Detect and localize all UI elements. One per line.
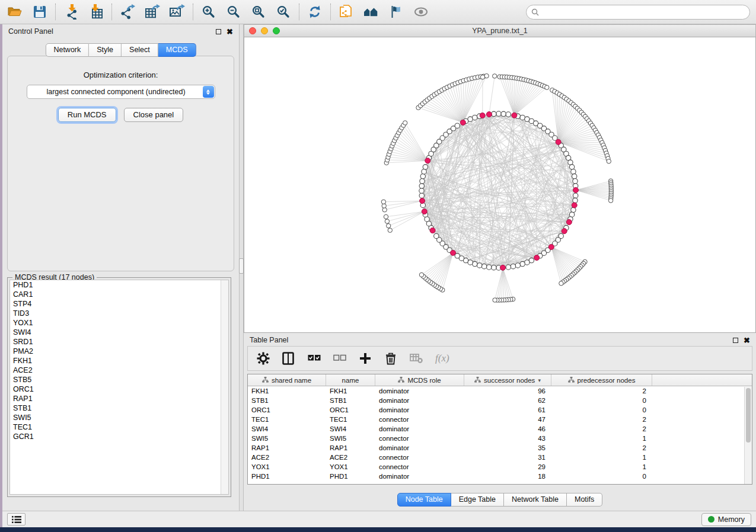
mcds-result-item[interactable]: PHD1 [10, 280, 228, 290]
houses-icon[interactable] [362, 3, 380, 21]
float-panel-icon[interactable] [216, 29, 221, 34]
zoom-fit-icon[interactable] [250, 3, 267, 21]
export-network-icon[interactable] [119, 3, 136, 21]
tab-select[interactable]: Select [122, 43, 158, 57]
column-header-shared-name[interactable]: shared name [248, 374, 326, 386]
trash-icon[interactable] [384, 352, 397, 365]
cell-shared-name: PHD1 [248, 472, 326, 481]
mcds-result-item[interactable]: FKH1 [10, 356, 228, 366]
zoom-selected-icon[interactable] [275, 3, 292, 21]
function-builder-label: f(x) [435, 352, 449, 364]
save-session-icon[interactable] [31, 3, 49, 21]
mcds-result-item[interactable]: GCR1 [10, 432, 228, 441]
cell-name: SWI4 [326, 424, 375, 434]
network-documents-icon[interactable] [337, 3, 355, 21]
mcds-result-item[interactable]: TID3 [10, 309, 228, 318]
float-table-panel-icon[interactable] [733, 338, 738, 343]
import-network-icon[interactable] [62, 3, 80, 21]
split-divider[interactable] [240, 24, 244, 511]
tab-node-table[interactable]: Node Table [397, 493, 451, 507]
cell-predecessor-nodes: 2 [551, 386, 652, 396]
flag-icon[interactable] [387, 3, 405, 21]
mcds-result-item[interactable]: ORC1 [10, 384, 228, 394]
table-row[interactable]: TEC1TEC1connector472 [248, 415, 752, 424]
search-input[interactable] [542, 8, 745, 16]
dominator-node [422, 209, 427, 214]
cell-successor-nodes: 47 [464, 415, 551, 424]
mcds-list-scrollbar[interactable] [221, 280, 228, 494]
close-panel-icon[interactable]: ✖ [227, 29, 233, 34]
mcds-result-group: MCDS result (17 nodes) PHD1CAR1STP4TID3Y… [7, 277, 231, 497]
table-row[interactable]: SWI5SWI5connector431 [248, 434, 752, 443]
mcds-result-item[interactable]: STB5 [10, 375, 228, 384]
unselect-all-icon[interactable] [333, 352, 346, 365]
dominator-node [573, 187, 579, 193]
column-header-successor-nodes[interactable]: successor nodes▾ [464, 374, 551, 386]
column-label: successor nodes [484, 377, 535, 384]
eye-icon[interactable] [412, 3, 430, 21]
refresh-icon[interactable] [306, 3, 324, 21]
table-row[interactable]: FKH1FKH1dominator962 [248, 386, 752, 396]
mcds-result-list[interactable]: PHD1CAR1STP4TID3YOX1SWI4SRD1PMA2FKH1ACE2… [9, 280, 229, 495]
table-row[interactable]: STB1STB1dominator620 [248, 396, 752, 405]
mcds-result-item[interactable]: SRD1 [10, 337, 228, 347]
close-panel-button[interactable]: Close panel [124, 108, 184, 122]
mcds-result-item[interactable]: SWI4 [10, 328, 228, 337]
zoom-out-icon[interactable] [225, 3, 243, 21]
table-row[interactable]: SWI4SWI4dominator462 [248, 424, 752, 434]
tab-edge-table[interactable]: Edge Table [451, 493, 504, 507]
criterion-value: largest connected component (undirected) [27, 88, 215, 96]
control-panel: Control Panel ✖ NetworkStyleSelectMCDS O… [2, 24, 240, 511]
mcds-result-item[interactable]: STP4 [10, 299, 228, 309]
mcds-result-item[interactable]: PMA2 [10, 347, 228, 356]
close-table-panel-icon[interactable]: ✖ [744, 338, 750, 343]
cell-shared-name: FKH1 [248, 386, 326, 396]
table-tabs: Node TableEdge TableNetwork TableMotifs [244, 493, 756, 507]
import-table-icon[interactable] [87, 3, 105, 21]
export-table-icon[interactable] [143, 3, 161, 21]
node-table[interactable]: shared namenameMCDS rolesuccessor nodes▾… [247, 374, 752, 485]
tab-style[interactable]: Style [89, 43, 122, 57]
mcds-result-item[interactable]: CAR1 [10, 290, 228, 299]
search-box[interactable] [526, 5, 750, 20]
column-header-name[interactable]: name [326, 374, 375, 386]
gear-icon[interactable] [257, 352, 270, 365]
tab-motifs[interactable]: Motifs [567, 493, 602, 507]
cell-successor-nodes: 35 [464, 443, 551, 453]
table-row[interactable]: ORC1ORC1dominator610 [248, 405, 752, 415]
table-scrollbar[interactable] [744, 387, 752, 484]
column-header-predecessor-nodes[interactable]: predecessor nodes [551, 374, 652, 386]
tab-network-table[interactable]: Network Table [504, 493, 567, 507]
mcds-result-item[interactable]: STB1 [10, 403, 228, 413]
run-mcds-button[interactable]: Run MCDS [58, 108, 116, 122]
mcds-result-item[interactable]: SWI5 [10, 413, 228, 422]
open-file-icon[interactable] [6, 3, 24, 21]
cell-successor-nodes: 62 [464, 396, 551, 405]
network-canvas[interactable] [244, 37, 756, 333]
network-graph[interactable] [244, 37, 755, 332]
mcds-result-item[interactable]: YOX1 [10, 318, 228, 328]
memory-button[interactable]: Memory [701, 513, 751, 526]
zoom-in-icon[interactable] [200, 3, 218, 21]
table-row[interactable]: PHD1PHD1dominator180 [248, 472, 752, 481]
task-history-button[interactable] [7, 513, 25, 525]
tab-mcds[interactable]: MCDS [158, 43, 196, 57]
table-scrollbar-thumb[interactable] [746, 388, 751, 443]
cell-predecessor-nodes: 2 [551, 424, 652, 434]
tab-network[interactable]: Network [45, 43, 89, 57]
table-row[interactable]: YOX1YOX1connector291 [248, 462, 752, 472]
mcds-result-item[interactable]: ACE2 [10, 366, 228, 375]
divider-handle-icon[interactable] [239, 258, 244, 274]
select-all-icon[interactable] [308, 352, 321, 365]
mcds-result-item[interactable]: RAP1 [10, 394, 228, 403]
table-row[interactable]: ACE2ACE2connector311 [248, 453, 752, 462]
add-icon[interactable] [359, 352, 372, 365]
columns-icon[interactable] [282, 352, 295, 365]
criterion-dropdown[interactable]: largest connected component (undirected) [27, 85, 215, 99]
table-row[interactable]: RAP1RAP1dominator352 [248, 443, 752, 453]
mcds-result-item[interactable]: TEC1 [10, 422, 228, 432]
column-header-MCDS-role[interactable]: MCDS role [375, 374, 464, 386]
cell-shared-name: YOX1 [248, 462, 326, 472]
export-image-icon[interactable] [168, 3, 186, 21]
network-window-titlebar[interactable]: YPA_prune.txt_1 [244, 24, 756, 37]
